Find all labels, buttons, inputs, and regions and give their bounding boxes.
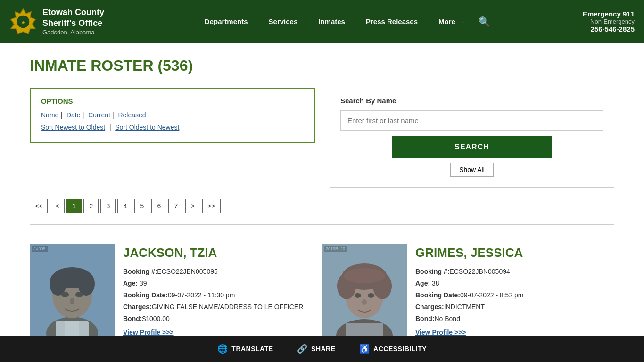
search-button[interactable]: SEARCH [392, 136, 552, 158]
footer-bar: 🌐 TRANSLATE 🔗 SHARE ♿ ACCESSIBILITY [0, 336, 644, 360]
nav-more[interactable]: More → [428, 0, 475, 43]
translate-label: TRANSLATE [231, 345, 273, 353]
footer-translate[interactable]: 🌐 TRANSLATE [217, 344, 273, 354]
inmate-card-1: JX005 [30, 236, 322, 346]
sep2: | [83, 111, 84, 119]
site-logo[interactable]: ★ Etowah County Sheriff's Office Gadsden… [9, 7, 104, 36]
page-prev[interactable]: < [50, 199, 65, 213]
main-content: INMATE ROSTER (536) OPTIONS Name| Date| … [11, 43, 633, 360]
footer-share[interactable]: 🔗 SHARE [297, 344, 336, 354]
show-all-button[interactable]: Show All [450, 163, 494, 177]
inmate-age-1: Age: 39 [123, 279, 314, 288]
page-3[interactable]: 3 [100, 199, 116, 213]
divider [30, 224, 614, 225]
phone-number: 256-546-2825 [583, 25, 635, 33]
inmate-photo-1: JX005 [30, 244, 115, 338]
svg-point-20 [344, 268, 385, 283]
inmate-booking-date-2: Booking Date:09-07-2022 - 8:52 pm [415, 290, 607, 300]
svg-point-22 [368, 293, 374, 298]
sort-links: Sort Newest to Oldest | Sort Oldest to N… [41, 123, 304, 132]
search-box: Search By Name SEARCH Show All [330, 88, 614, 188]
view-profile-2[interactable]: View Profile >>> [415, 329, 466, 336]
sep1: | [60, 111, 62, 119]
inmate-photo-svg-1 [30, 244, 115, 338]
sort-newest[interactable]: Sort Newest to Oldest [41, 123, 105, 131]
org-subtitle: Sheriff's Office [42, 18, 104, 29]
view-profile-1[interactable]: View Profile >>> [123, 329, 174, 336]
filter-links: Name| Date| Current| Released [41, 111, 304, 119]
inmate-photo-svg-2 [322, 244, 407, 338]
inmate-booking-2: Booking #:ECSO22JBN005094 [415, 267, 607, 277]
inmate-age-2: Age: 38 [415, 279, 607, 288]
page-2[interactable]: 2 [83, 199, 99, 213]
svg-point-9 [61, 292, 69, 297]
inmate-photo-2: 2019B120 [322, 244, 407, 338]
accessibility-label: ACCESSIBILITY [373, 345, 427, 353]
non-emergency-label: Non-Emergency [583, 18, 635, 25]
inmate-name-2: GRIMES, JESSICA [415, 246, 607, 260]
svg-point-21 [355, 293, 361, 298]
nav-press-releases[interactable]: Press Releases [355, 0, 428, 43]
page-4[interactable]: 4 [117, 199, 132, 213]
search-input[interactable] [340, 110, 603, 131]
filter-name[interactable]: Name [41, 111, 58, 119]
page-title: INMATE ROSTER (536) [30, 57, 614, 74]
page-6[interactable]: 6 [151, 199, 166, 213]
page-1[interactable]: 1 [66, 199, 82, 213]
options-search-row: OPTIONS Name| Date| Current| Released So… [30, 88, 614, 188]
filter-released[interactable]: Released [118, 111, 146, 119]
accessibility-icon: ♿ [359, 344, 370, 354]
sort-sep: | [109, 123, 111, 131]
sep3: | [112, 111, 114, 119]
page-first[interactable]: << [30, 199, 48, 213]
inmate-name-1: JACKSON, TZIA [123, 246, 314, 260]
inmate-grid: JX005 [30, 236, 614, 346]
emergency-contact: Emergency 911 Non-Emergency 256-546-2825 [575, 10, 635, 33]
nav-departments[interactable]: Departments [194, 0, 258, 43]
sort-oldest[interactable]: Sort Oldest to Newest [115, 123, 179, 131]
inmate-card-2: 2019B120 [322, 236, 614, 346]
page-last[interactable]: >> [202, 199, 220, 213]
svg-point-10 [75, 292, 83, 297]
filter-current[interactable]: Current [88, 111, 110, 119]
filter-date[interactable]: Date [66, 111, 81, 119]
options-title: OPTIONS [41, 97, 304, 105]
globe-icon: 🌐 [217, 344, 228, 354]
inmate-bond-1: Bond:$1000.00 [123, 314, 314, 324]
svg-point-23 [362, 299, 367, 305]
svg-point-11 [70, 298, 74, 304]
options-box: OPTIONS Name| Date| Current| Released So… [30, 88, 315, 143]
nav-services[interactable]: Services [258, 0, 308, 43]
share-icon: 🔗 [297, 344, 308, 354]
pagination: << < 1 2 3 4 5 6 7 > >> [30, 199, 614, 213]
search-icon[interactable]: 🔍 [475, 12, 494, 31]
inmate-charges-1: Charges:GIVING FALSE NAME/ADDRESS TO LE … [123, 302, 314, 312]
page-5[interactable]: 5 [134, 199, 149, 213]
inmate-info-1: JACKSON, TZIA Booking #:ECSO22JBN005095 … [123, 244, 314, 338]
svg-text:★: ★ [21, 20, 25, 25]
org-name-block: Etowah County Sheriff's Office Gadsden, … [42, 7, 104, 36]
org-name: Etowah County [42, 7, 104, 18]
main-nav: Departments Services Inmates Press Relea… [123, 0, 565, 43]
inmate-charges-2: Charges:INDICTMENT [415, 302, 607, 312]
emergency-label: Emergency 911 [583, 10, 635, 18]
inmate-booking-1: Booking #:ECSO22JBN005095 [123, 267, 314, 277]
inmate-info-2: GRIMES, JESSICA Booking #:ECSO22JBN00509… [415, 244, 607, 338]
footer-accessibility[interactable]: ♿ ACCESSIBILITY [359, 344, 427, 354]
nav-inmates[interactable]: Inmates [308, 0, 355, 43]
page-7[interactable]: 7 [168, 199, 183, 213]
inmate-booking-date-1: Booking Date:09-07-2022 - 11:30 pm [123, 290, 314, 300]
page-next[interactable]: > [185, 199, 200, 213]
org-location: Gadsden, Alabama [42, 29, 104, 36]
search-label: Search By Name [340, 97, 603, 105]
sheriff-badge-icon: ★ [9, 8, 37, 35]
share-label: SHARE [311, 345, 336, 353]
inmate-bond-2: Bond:No Bond [415, 314, 607, 324]
